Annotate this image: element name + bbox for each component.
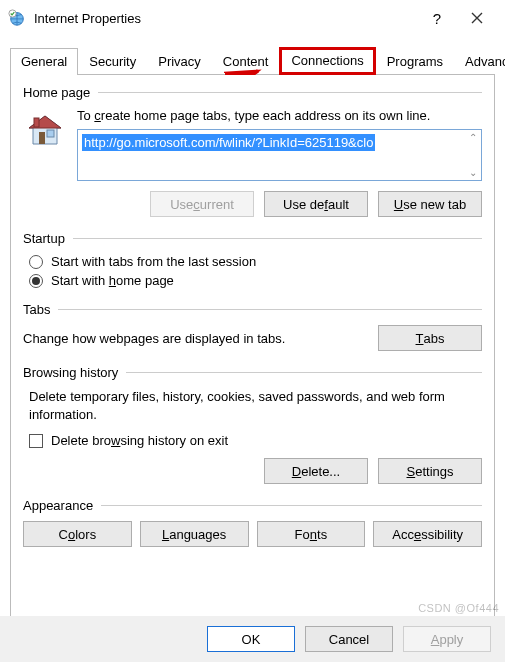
tabs-button[interactable]: Tabs <box>378 325 482 351</box>
fonts-button[interactable]: Fonts <box>257 521 366 547</box>
group-title-appearance: Appearance <box>23 498 101 513</box>
tab-general[interactable]: General <box>10 48 78 75</box>
home-url-input[interactable]: http://go.microsoft.com/fwlink/?LinkId=6… <box>77 129 482 181</box>
tabs-description: Change how webpages are displayed in tab… <box>23 331 368 346</box>
titlebar: Internet Properties ? <box>0 0 505 36</box>
languages-button[interactable]: Languages <box>140 521 249 547</box>
tab-connections[interactable]: Connections <box>279 47 375 75</box>
close-button[interactable] <box>457 0 497 36</box>
svg-rect-7 <box>34 118 39 127</box>
home-icon <box>23 108 67 152</box>
svg-rect-6 <box>47 130 54 137</box>
use-new-tab-button[interactable]: Use new tab <box>378 191 482 217</box>
settings-button[interactable]: Settings <box>378 458 482 484</box>
group-title-history: Browsing history <box>23 365 126 380</box>
delete-button[interactable]: Delete... <box>264 458 368 484</box>
dialog-button-bar: OK Cancel Apply <box>0 616 505 662</box>
internet-options-icon <box>8 9 26 27</box>
svg-rect-5 <box>39 132 45 144</box>
colors-button[interactable]: Colors <box>23 521 132 547</box>
group-startup: Startup Start with tabs from the last se… <box>23 231 482 288</box>
tabstrip: General Security Privacy Content Connect… <box>10 46 495 75</box>
tab-privacy[interactable]: Privacy <box>147 48 212 75</box>
tab-security[interactable]: Security <box>78 48 147 75</box>
group-tabs: Tabs Change how webpages are displayed i… <box>23 302 482 351</box>
group-title-startup: Startup <box>23 231 73 246</box>
tab-programs[interactable]: Programs <box>376 48 454 75</box>
group-home-page: Home page To create home page tabs, type… <box>23 85 482 217</box>
radio-start-home-page[interactable]: Start with home page <box>29 273 482 288</box>
tab-advanced[interactable]: Advanced <box>454 48 505 75</box>
cancel-button[interactable]: Cancel <box>305 626 393 652</box>
watermark: CSDN @Of444 <box>418 602 499 614</box>
checkbox-icon <box>29 434 43 448</box>
group-title-home: Home page <box>23 85 98 100</box>
internet-properties-window: Internet Properties ? General Security P… <box>0 0 505 662</box>
apply-button: Apply <box>403 626 491 652</box>
accessibility-button[interactable]: Accessibility <box>373 521 482 547</box>
tab-content[interactable]: Content <box>212 48 280 75</box>
use-current-button: Use current <box>150 191 254 217</box>
home-instruction: To create home page tabs, type each addr… <box>77 108 482 123</box>
use-default-button[interactable]: Use default <box>264 191 368 217</box>
radio-icon <box>29 255 43 269</box>
group-title-tabs: Tabs <box>23 302 58 317</box>
group-appearance: Appearance Colors Languages Fonts Access… <box>23 498 482 547</box>
radio-icon <box>29 274 43 288</box>
window-title: Internet Properties <box>34 11 141 26</box>
tab-panel-general: Home page To create home page tabs, type… <box>10 75 495 633</box>
radio-start-last-session[interactable]: Start with tabs from the last session <box>29 254 482 269</box>
home-url-value: http://go.microsoft.com/fwlink/?LinkId=6… <box>82 134 375 151</box>
check-delete-on-exit[interactable]: Delete browsing history on exit <box>29 433 482 448</box>
textarea-scrollbar[interactable]: ⌃⌄ <box>465 130 481 180</box>
ok-button[interactable]: OK <box>207 626 295 652</box>
help-button[interactable]: ? <box>417 0 457 36</box>
history-description: Delete temporary files, history, cookies… <box>29 388 476 423</box>
group-browsing-history: Browsing history Delete temporary files,… <box>23 365 482 484</box>
